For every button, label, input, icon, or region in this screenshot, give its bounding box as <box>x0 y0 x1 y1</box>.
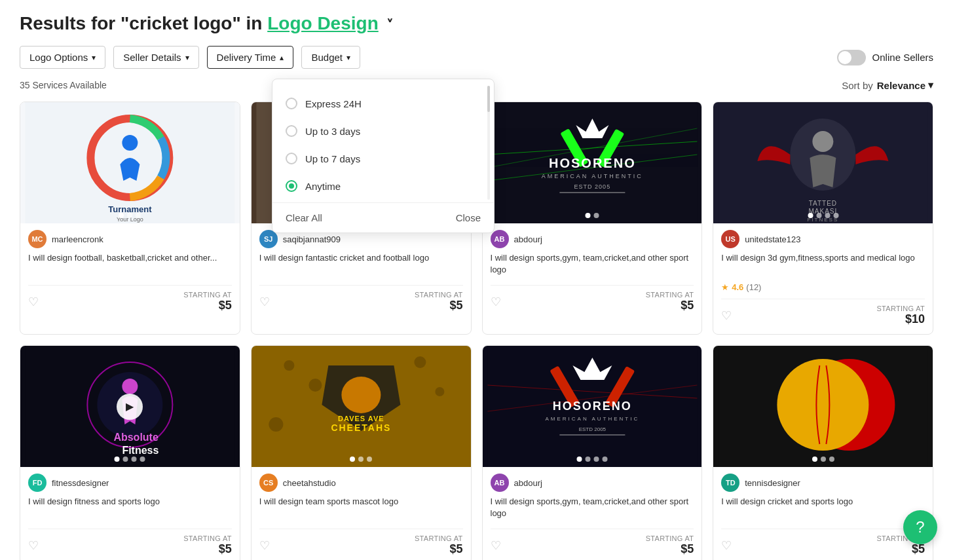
card-2-title: I will design fantastic cricket and foot… <box>259 252 463 278</box>
card-7-footer: ♡ STARTING AT $5 <box>491 529 694 556</box>
card-1-price: STARTING AT $5 <box>183 291 232 312</box>
card-8[interactable]: TD tennisdesigner I will design cricket … <box>713 345 933 560</box>
card-6[interactable]: DAVES AVE CHEETAHS CS cheetahstudio I wi… <box>251 345 472 560</box>
option-express[interactable]: Express 24H <box>286 90 481 117</box>
card-4[interactable]: TATTED MAKASI FITNESS US unitedstate123 … <box>713 102 933 335</box>
card-7-price: STARTING AT $5 <box>646 534 694 556</box>
avatar-1: MC <box>28 230 47 248</box>
seller-name-3[interactable]: abdourj <box>514 234 542 244</box>
card-7-image: HOSORENO AMERICAN AUTHENTIC ESTD 2005 <box>483 346 702 467</box>
dropdown-footer: Clear All Close <box>272 202 494 233</box>
svg-text:ESTD 2005: ESTD 2005 <box>574 183 610 190</box>
card-7-dots <box>576 457 607 462</box>
seller-name-1[interactable]: marleencronk <box>52 234 103 244</box>
svg-point-39 <box>341 377 381 413</box>
svg-text:Fitness: Fitness <box>122 445 159 456</box>
avatar-4: US <box>721 230 739 248</box>
logo-options-filter[interactable]: Logo Options ▾ <box>20 46 105 69</box>
favorite-1-button[interactable]: ♡ <box>28 295 39 309</box>
svg-text:AMERICAN AUTHENTIC: AMERICAN AUTHENTIC <box>541 173 643 179</box>
help-button[interactable]: ? <box>903 510 937 544</box>
chevron-down-icon: ▾ <box>92 53 96 62</box>
sort-dropdown[interactable]: Relevance ▾ <box>877 79 933 91</box>
category-link[interactable]: Logo Design <box>267 13 379 33</box>
avatar-8: TD <box>721 474 739 492</box>
favorite-3-button[interactable]: ♡ <box>491 295 501 309</box>
radio-selected-dot <box>289 183 294 189</box>
avatar-6: CS <box>259 474 278 492</box>
seller-name-2[interactable]: saqibjannat909 <box>283 234 341 244</box>
dot <box>602 457 607 462</box>
option-7days[interactable]: Up to 7 days <box>286 145 481 172</box>
avatar-3: AB <box>491 230 509 248</box>
svg-text:DAVES AVE: DAVES AVE <box>338 415 384 422</box>
radio-3days[interactable] <box>286 125 297 137</box>
clear-all-button[interactable]: Clear All <box>286 212 322 223</box>
svg-text:TATTED: TATTED <box>809 200 837 207</box>
online-sellers-label: Online Sellers <box>872 52 933 63</box>
option-3days[interactable]: Up to 3 days <box>286 117 481 145</box>
option-anytime[interactable]: Anytime <box>286 172 481 200</box>
svg-point-37 <box>435 387 444 396</box>
seller-name-4[interactable]: unitedstate123 <box>745 234 800 244</box>
card-3[interactable]: HOSORENO AMERICAN AUTHENTIC ESTD 2005 AB… <box>482 102 703 335</box>
budget-filter[interactable]: Budget ▾ <box>301 46 360 69</box>
svg-point-2 <box>122 135 138 151</box>
svg-point-38 <box>269 417 283 432</box>
scrollbar-thumb[interactable] <box>487 86 490 112</box>
favorite-8-button[interactable]: ♡ <box>721 538 732 553</box>
radio-7days[interactable] <box>286 153 297 164</box>
dropdown-scroll-area[interactable]: Express 24H Up to 3 days Up to 7 days An… <box>272 90 494 200</box>
card-1-body: MC marleencronk I will design football, … <box>20 223 240 320</box>
online-sellers-toggle[interactable] <box>837 50 866 65</box>
seller-name-7[interactable]: abdourj <box>514 478 542 488</box>
dot <box>140 457 145 462</box>
card-4-rating: ★ 4.6 (12) <box>721 282 925 292</box>
favorite-2-button[interactable]: ♡ <box>259 295 270 309</box>
svg-text:Absolute: Absolute <box>113 432 159 443</box>
close-button[interactable]: Close <box>456 212 481 223</box>
card-2-body: SJ saqibjannat909 I will design fantasti… <box>252 223 471 320</box>
card-4-seller: US unitedstate123 <box>721 230 925 248</box>
card-5-dots <box>115 457 145 462</box>
dot <box>358 457 364 462</box>
favorite-5-button[interactable]: ♡ <box>28 538 39 553</box>
svg-point-35 <box>308 379 322 392</box>
card-3-body: AB abdourj I will design sports,gym, tea… <box>483 223 702 320</box>
avatar-7: AB <box>491 474 509 492</box>
category-chevron-icon[interactable]: ˅ <box>386 18 393 32</box>
radio-express[interactable] <box>286 98 297 109</box>
seller-name-8[interactable]: tennisdesigner <box>745 478 800 488</box>
chevron-down-icon: ▾ <box>346 53 350 62</box>
card-6-footer: ♡ STARTING AT $5 <box>259 529 463 556</box>
dot <box>808 213 813 218</box>
card-3-seller: AB abdourj <box>491 230 694 248</box>
avatar-5: FD <box>28 474 47 492</box>
radio-anytime[interactable] <box>286 180 297 192</box>
option-7days-label: Up to 7 days <box>305 153 360 164</box>
chevron-up-icon: ▴ <box>280 53 284 62</box>
seller-name-5[interactable]: fitnessdesigner <box>52 478 109 488</box>
card-4-footer: ♡ STARTING AT $10 <box>721 299 925 326</box>
svg-text:CHEETAHS: CHEETAHS <box>331 422 391 433</box>
card-6-dots <box>350 457 372 462</box>
card-5-footer: ♡ STARTING AT $5 <box>28 529 232 556</box>
scrollbar-track <box>487 86 490 200</box>
card-4-image: TATTED MAKASI FITNESS <box>713 102 933 223</box>
card-7[interactable]: HOSORENO AMERICAN AUTHENTIC ESTD 2005 AB… <box>482 345 703 560</box>
card-1[interactable]: Turnament Your Logo MC marleencronk I wi… <box>20 102 240 335</box>
card-4-dots <box>808 213 838 218</box>
play-button-5[interactable]: ▶ <box>117 394 143 420</box>
seller-name-6[interactable]: cheetahstudio <box>283 478 336 488</box>
favorite-4-button[interactable]: ♡ <box>721 308 732 323</box>
card-8-dots <box>812 457 834 462</box>
favorite-6-button[interactable]: ♡ <box>259 538 270 553</box>
card-5[interactable]: Absolute Fitness ▶ FD fitnessdesigner I … <box>20 345 240 560</box>
seller-details-filter[interactable]: Seller Details ▾ <box>113 46 198 69</box>
dot <box>127 213 132 218</box>
svg-point-30 <box>122 379 138 394</box>
favorite-7-button[interactable]: ♡ <box>491 538 501 553</box>
card-3-image: HOSORENO AMERICAN AUTHENTIC ESTD 2005 <box>483 102 702 223</box>
delivery-time-filter[interactable]: Delivery Time ▴ <box>207 46 294 69</box>
toggle-knob <box>838 51 851 64</box>
